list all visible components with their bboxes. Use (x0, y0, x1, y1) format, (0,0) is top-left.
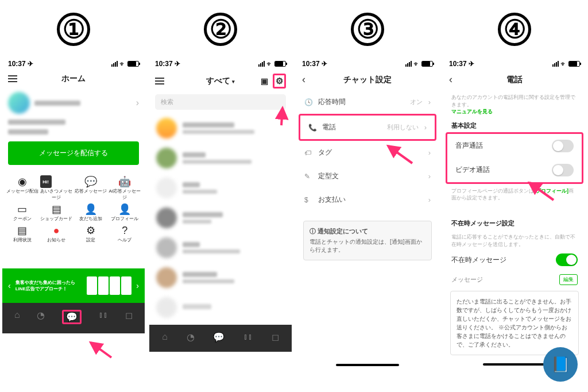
chat-row[interactable] (149, 233, 292, 263)
grid-usage[interactable]: ▤利用状況 (6, 224, 39, 243)
arrow-annotation (87, 339, 116, 362)
row-away-message: 不在時メッセージ (443, 248, 586, 272)
grid-greeting[interactable]: Hi!あいさつメッセージ (40, 175, 74, 201)
grid-notice[interactable]: ●お知らせ (40, 224, 74, 243)
back-button[interactable]: ‹ (302, 74, 305, 86)
grid-settings[interactable]: ⚙設定 (74, 224, 107, 243)
edit-icon: ✎ (304, 172, 312, 180)
step-number-1: ① (57, 13, 90, 46)
chevron-right-icon: › (428, 195, 431, 204)
video-call-toggle[interactable] (552, 164, 574, 176)
chevron-right-icon: › (424, 123, 427, 132)
tab-notifications[interactable]: ◻ (272, 332, 279, 343)
phone-screen-3: 10:37 ✈︎ ᯤ ‹ チャット設定 🕓 応答時間 オン › 📞 電話 利用し… (296, 56, 439, 366)
clock-icon: 🕓 (304, 98, 312, 106)
grid-ai[interactable]: 🤖AI応答メッセージ (109, 175, 142, 201)
battery-icon (568, 61, 580, 67)
chevron-left-icon: ‹ (8, 281, 11, 290)
navbar-home: ホーム (2, 69, 145, 89)
contacts-icon[interactable]: ▣ (261, 76, 268, 86)
grid-help[interactable]: ?ヘルプ (109, 224, 142, 243)
tag-icon: 🏷 (304, 149, 312, 157)
blur-line (8, 120, 65, 125)
filter-dropdown[interactable]: すべて▾ (181, 76, 260, 86)
status-icons: ᯤ (111, 60, 139, 67)
profile-link[interactable]: [プロフィール] (534, 188, 568, 194)
menu-icon[interactable] (8, 75, 17, 82)
step-number-4: ④ (498, 13, 531, 46)
tab-home[interactable]: ⌂ (14, 310, 20, 324)
signal-icon (405, 61, 412, 67)
phone-screen-4: 10:37 ✈︎ ᯤ ‹ 電話 あなたのアカウントの電話利用に関する設定を管理で… (443, 56, 586, 366)
grid-shopcard[interactable]: ▤ショップカード (40, 203, 74, 222)
chevron-right-icon: › (428, 148, 431, 157)
grid-coupon[interactable]: ▭クーポン (6, 203, 39, 222)
chat-row[interactable] (149, 263, 292, 293)
chat-row[interactable] (149, 143, 292, 173)
row-response-time[interactable]: 🕓 応答時間 オン › (296, 90, 439, 114)
profile-row[interactable]: › (2, 89, 145, 117)
gear-icon: ⚙ (74, 224, 107, 237)
chat-row[interactable] (149, 203, 292, 233)
grid-addfriend[interactable]: 👤友だち追加 (74, 203, 107, 222)
tab-timeline[interactable]: ◔ (187, 332, 195, 343)
battery-icon (127, 61, 139, 67)
gear-icon[interactable]: ⚙ (276, 76, 283, 86)
tab-timeline[interactable]: ◔ (37, 310, 45, 324)
grid-profile[interactable]: 👤プロフィール (109, 203, 142, 222)
notice-title: ⓘ 通知設定について (310, 227, 425, 236)
grid-response[interactable]: 💬応答メッセージ (74, 175, 107, 201)
away-message-body: ただいま電話に出ることができません。お手数ですが、しばらくしてからもう一度おかけ… (450, 291, 579, 355)
step-3-column: ③ 10:37 ✈︎ ᯤ ‹ チャット設定 🕓 応答時間 オン › 📞 電話 (294, 0, 441, 371)
tab-notifications[interactable]: ◻ (125, 310, 133, 324)
section-basic: 基本設定 (443, 116, 586, 132)
row-phone[interactable]: 📞 電話 利用しない › (300, 116, 435, 139)
blur-line (8, 129, 48, 134)
row-template[interactable]: ✎ 定型文 › (296, 164, 439, 188)
chat-row[interactable] (149, 113, 292, 143)
tab-home[interactable]: ⌂ (162, 332, 168, 343)
grid-message[interactable]: ◉メッセージ配信 (6, 175, 39, 201)
row-message: メッセージ 編集 (443, 272, 586, 287)
payment-icon: $ (304, 196, 312, 204)
broadcast-button[interactable]: メッセージを配信する (8, 141, 139, 165)
page-title: チャット設定 (328, 75, 407, 85)
wifi-icon: ᯤ (119, 60, 126, 67)
row-payment[interactable]: $ お支払い › (296, 188, 439, 212)
step-2-column: ② 10:37 ✈︎ ᯤ すべて▾ ▣ ⚙ 検索 ⌂ (147, 0, 294, 371)
profile-hint: プロフィールページの通話ボタンは[プロフィール]画面から設定できます。 (443, 184, 586, 202)
page-title: 電話 (475, 75, 554, 85)
manual-link[interactable]: マニュアルを見る (451, 109, 493, 114)
chevron-right-icon: › (428, 172, 431, 180)
step-1-column: ① 10:37 ✈︎ ᯤ ホーム › (0, 0, 147, 371)
page-title: ホーム (34, 74, 113, 84)
chat-row[interactable] (149, 293, 292, 322)
chevron-right-icon: › (136, 281, 139, 290)
chat-row[interactable] (149, 173, 292, 203)
away-toggle[interactable] (556, 253, 578, 266)
status-bar: 10:37 ✈︎ ᯤ (149, 56, 292, 69)
tab-bar: ⌂ ◔ 💬 ⫾⫾ ◻ (149, 325, 292, 352)
add-friend-icon: 👤 (74, 203, 107, 216)
back-button[interactable]: ‹ (449, 74, 452, 86)
broadcast-icon: ◉ (6, 175, 39, 188)
description-text: あなたのアカウントの電話利用に関する設定を管理できます。 マニュアルを見る (443, 90, 586, 116)
tab-analytics[interactable]: ⫾⫾ (243, 332, 253, 343)
battery-icon (421, 61, 433, 67)
tab-analytics[interactable]: ⫾⫾ (99, 310, 108, 324)
robot-icon: 🤖 (109, 175, 142, 188)
tab-chat[interactable]: 💬 (66, 312, 78, 322)
search-input[interactable]: 検索 (155, 94, 286, 110)
battery-icon (274, 61, 286, 67)
phone-screen-2: 10:37 ✈︎ ᯤ すべて▾ ▣ ⚙ 検索 ⌂ ◔ 💬 (149, 56, 292, 352)
menu-icon[interactable] (155, 78, 164, 84)
banner-text: 集客や友だち集めに困ったら LINE広告でアプローチ！ (16, 279, 83, 292)
phone-icon: 📞 (308, 124, 316, 132)
row-tag[interactable]: 🏷 タグ › (296, 141, 439, 164)
signal-icon (258, 61, 265, 67)
status-bar: 10:37 ✈︎ ᯤ (443, 56, 586, 69)
ad-banner[interactable]: ‹ 集客や友だち集めに困ったら LINE広告でアプローチ！ › (2, 268, 145, 303)
tab-chat[interactable]: 💬 (213, 332, 225, 343)
voice-call-toggle[interactable] (552, 140, 574, 152)
edit-button[interactable]: 編集 (559, 274, 578, 285)
